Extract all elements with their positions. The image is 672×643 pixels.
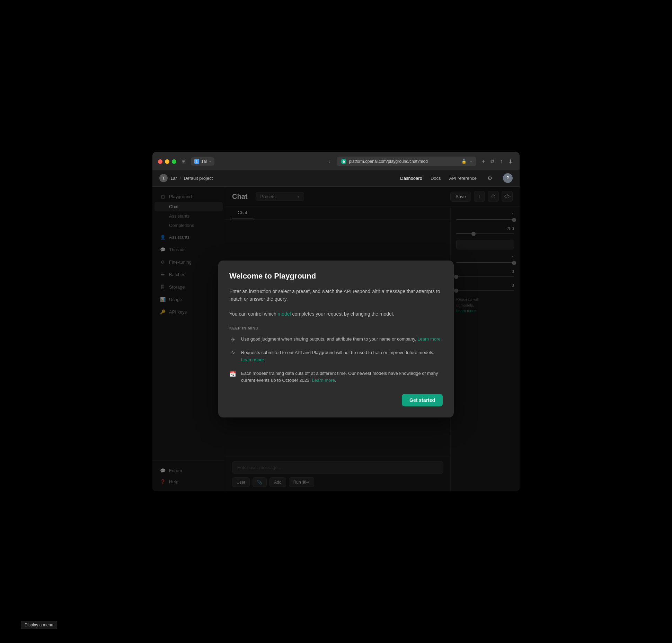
settings-button[interactable]: ⚙: [485, 173, 495, 183]
org-avatar: 1: [159, 174, 168, 182]
nav-link-api-reference[interactable]: API reference: [449, 176, 477, 181]
bullet-text-1: Use good judgment when sharing outputs, …: [241, 336, 442, 343]
project-name[interactable]: Default project: [184, 176, 213, 181]
tab-favicon: 1: [194, 159, 199, 164]
tab-label: 1ar: [201, 159, 207, 164]
breadcrumb: 1 1ar / Default project: [159, 174, 400, 182]
sidebar-toggle-button[interactable]: ⊞: [180, 158, 187, 165]
send-icon: ✈: [229, 336, 236, 343]
browser-chrome: ⊞ 1 1ar ▾ ‹ ⊕ platform.openai.com/playgr…: [152, 152, 520, 170]
share-button[interactable]: ↑: [498, 157, 504, 166]
org-name[interactable]: 1ar: [170, 176, 177, 181]
tooltip-text: Display a menu: [25, 623, 53, 627]
modal-footer: Get started: [229, 394, 443, 406]
top-nav: 1 1ar / Default project Dashboard Docs A…: [152, 170, 520, 187]
tab-chevron: ▾: [209, 160, 211, 164]
tooltip: Display a menu: [21, 621, 57, 629]
bullet-2-link[interactable]: Learn more: [241, 357, 264, 362]
address-bar[interactable]: ⊕ platform.openai.com/playground/chat?mo…: [337, 157, 476, 166]
breadcrumb-separator: /: [180, 176, 181, 181]
copy-button[interactable]: ⧉: [489, 157, 496, 166]
nav-link-dashboard[interactable]: Dashboard: [400, 176, 422, 181]
modal-title: Welcome to Playground: [229, 272, 443, 281]
lock-icon: 🔒: [461, 159, 467, 164]
app-container: 1 1ar / Default project Dashboard Docs A…: [152, 170, 520, 491]
model-link[interactable]: model: [278, 311, 291, 317]
download-button[interactable]: ⬇: [507, 157, 514, 166]
pulse-icon: ∿: [229, 350, 236, 355]
calendar-icon: 📅: [229, 371, 236, 377]
traffic-lights: [158, 159, 176, 164]
bullet-1: ✈ Use good judgment when sharing outputs…: [229, 336, 443, 343]
bullet-2: ∿ Requests submitted to our API and Play…: [229, 349, 443, 364]
browser-actions: + ⧉ ↑ ⬇: [480, 157, 514, 166]
bullet-text-2: Requests submitted to our API and Playgr…: [241, 349, 443, 364]
modal-description-1: Enter an instruction or select a preset,…: [229, 288, 443, 303]
bullet-1-link[interactable]: Learn more: [417, 336, 440, 342]
more-icon[interactable]: ···: [469, 159, 472, 164]
address-favicon: ⊕: [341, 159, 346, 164]
new-tab-button[interactable]: +: [480, 157, 486, 166]
address-icons: 🔒 ···: [461, 159, 472, 164]
traffic-light-red[interactable]: [158, 159, 162, 164]
get-started-button[interactable]: Get started: [402, 394, 443, 406]
address-text: platform.openai.com/playground/chat?mod: [349, 159, 459, 164]
welcome-modal: Welcome to Playground Enter an instructi…: [218, 261, 454, 417]
bullet-text-3: Each models' training data cuts off at a…: [241, 370, 443, 385]
bullet-3-link[interactable]: Learn more: [312, 378, 335, 383]
keep-in-mind-label: KEEP IN MIND: [229, 326, 443, 330]
bullet-3: 📅 Each models' training data cuts off at…: [229, 370, 443, 385]
traffic-light-yellow[interactable]: [165, 159, 169, 164]
top-nav-links: Dashboard Docs API reference ⚙ P: [400, 173, 513, 183]
nav-link-docs[interactable]: Docs: [431, 176, 441, 181]
browser-tab[interactable]: 1 1ar ▾: [191, 157, 214, 166]
modal-overlay[interactable]: Welcome to Playground Enter an instructi…: [152, 187, 520, 491]
modal-description-2: You can control which model completes yo…: [229, 310, 443, 318]
traffic-light-green[interactable]: [172, 159, 176, 164]
user-avatar[interactable]: P: [503, 173, 513, 183]
main-layout: ◻ Playground Chat Assistants Completions: [152, 187, 520, 491]
tab-bar: 1 1ar ▾: [191, 157, 322, 166]
back-button[interactable]: ‹: [326, 157, 332, 166]
